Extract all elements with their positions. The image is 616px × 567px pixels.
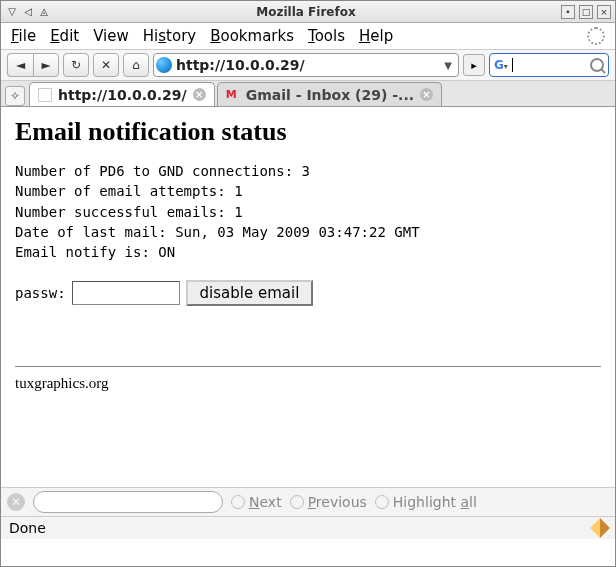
arrow-up-icon xyxy=(290,495,304,509)
tab-close-button[interactable]: × xyxy=(420,88,433,101)
back-button[interactable]: ◄ xyxy=(7,53,33,77)
window-title: Mozilla Firefox xyxy=(51,5,561,19)
find-next-button[interactable]: Next xyxy=(231,494,282,510)
password-input[interactable] xyxy=(72,281,180,305)
close-window-button[interactable]: × xyxy=(597,5,611,19)
disable-email-button[interactable]: disable email xyxy=(186,280,314,306)
tab-bar: ✧ http://10.0.0.29/ × M Gmail - Inbox (2… xyxy=(1,81,615,107)
password-form: passw: disable email xyxy=(15,280,601,306)
favicon-gmail-icon: M xyxy=(226,88,240,102)
edit-status-icon[interactable] xyxy=(590,518,610,538)
stop-button[interactable]: ✕ xyxy=(93,53,119,77)
menu-view[interactable]: View xyxy=(93,27,129,45)
menu-bookmarks[interactable]: Bookmarks xyxy=(210,27,294,45)
tab-label: Gmail - Inbox (29) -... xyxy=(246,87,414,103)
window-shade-icon[interactable]: ◁ xyxy=(21,5,35,19)
throbber-icon xyxy=(587,27,605,45)
match-case-icon[interactable] xyxy=(593,494,609,510)
password-label: passw: xyxy=(15,285,66,301)
tab-label: http://10.0.0.29/ xyxy=(58,87,187,103)
window-pin-icon[interactable]: ◬ xyxy=(37,5,51,19)
status-text-block: Number of PD6 to GND connections: 3 Numb… xyxy=(15,161,601,262)
search-engine-icon[interactable]: G▾ xyxy=(494,58,508,72)
minimize-button[interactable]: • xyxy=(561,5,575,19)
find-previous-button[interactable]: Previous xyxy=(290,494,367,510)
search-bar[interactable]: G▾ xyxy=(489,53,609,77)
maximize-button[interactable]: □ xyxy=(579,5,593,19)
page-content: Email notification status Number of PD6 … xyxy=(1,107,615,487)
tab-active[interactable]: http://10.0.0.29/ × xyxy=(29,82,215,106)
go-button[interactable]: ▸ xyxy=(463,54,485,76)
menu-edit[interactable]: Edit xyxy=(50,27,79,45)
reload-button[interactable]: ↻ xyxy=(63,53,89,77)
find-input[interactable] xyxy=(33,491,223,513)
new-tab-button[interactable]: ✧ xyxy=(5,86,25,106)
site-identity-icon[interactable] xyxy=(156,57,172,73)
url-text: http://10.0.0.29/ xyxy=(176,57,436,73)
window-menu-icon[interactable]: ▽ xyxy=(5,5,19,19)
findbar-close-button[interactable]: × xyxy=(7,493,25,511)
menubar: File Edit View History Bookmarks Tools H… xyxy=(1,23,615,50)
menu-help[interactable]: Help xyxy=(359,27,393,45)
page-heading: Email notification status xyxy=(15,117,601,147)
footer-link[interactable]: tuxgraphics.org xyxy=(15,375,601,392)
search-caret xyxy=(512,58,513,72)
tab-close-button[interactable]: × xyxy=(193,88,206,101)
menu-tools[interactable]: Tools xyxy=(308,27,345,45)
back-forward-group: ◄ ► xyxy=(7,53,59,77)
url-dropdown-icon[interactable]: ▼ xyxy=(440,60,456,71)
status-bar: Done xyxy=(1,516,615,539)
favicon-generic-icon xyxy=(38,88,52,102)
find-bar: × Next Previous Highlight all xyxy=(1,487,615,516)
highlight-icon xyxy=(375,495,389,509)
tab-inactive[interactable]: M Gmail - Inbox (29) -... × xyxy=(217,82,442,106)
menu-file[interactable]: File xyxy=(11,27,36,45)
forward-button[interactable]: ► xyxy=(33,53,59,77)
menu-history[interactable]: History xyxy=(143,27,196,45)
arrow-down-icon xyxy=(231,495,245,509)
nav-toolbar: ◄ ► ↻ ✕ ⌂ http://10.0.0.29/ ▼ ▸ G▾ xyxy=(1,50,615,81)
status-text: Done xyxy=(9,520,46,536)
search-icon[interactable] xyxy=(590,58,604,72)
url-bar[interactable]: http://10.0.0.29/ ▼ xyxy=(153,53,459,77)
home-button[interactable]: ⌂ xyxy=(123,53,149,77)
window-titlebar: ▽ ◁ ◬ Mozilla Firefox • □ × xyxy=(1,1,615,23)
separator xyxy=(15,366,601,367)
find-highlight-button[interactable]: Highlight all xyxy=(375,494,477,510)
